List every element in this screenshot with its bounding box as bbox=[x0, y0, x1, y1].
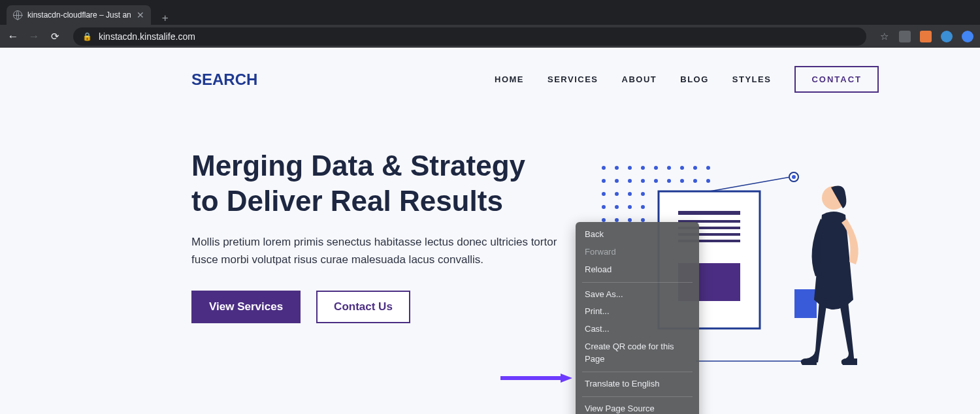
tab-title: kinstacdn-cloudflare – Just an bbox=[27, 10, 131, 20]
context-menu: Back Forward Reload Save As... Print... … bbox=[576, 222, 699, 414]
svg-point-7 bbox=[693, 166, 697, 170]
svg-point-11 bbox=[628, 179, 632, 183]
url-text: kinstacdn.kinstalife.com bbox=[99, 31, 195, 42]
reload-button[interactable]: ⟳ bbox=[48, 31, 61, 42]
svg-point-1 bbox=[615, 166, 619, 170]
cm-qr[interactable]: Create QR code for this Page bbox=[576, 338, 699, 368]
tab-bar: kinstacdn-cloudflare – Just an ✕ + bbox=[0, 0, 980, 25]
nav-home[interactable]: HOME bbox=[495, 74, 524, 84]
chrome-actions: ☆ bbox=[878, 31, 973, 42]
nav-services[interactable]: SERVICES bbox=[547, 74, 598, 84]
nav-about[interactable]: ABOUT bbox=[622, 74, 657, 84]
svg-rect-31 bbox=[678, 211, 740, 215]
cm-print[interactable]: Print... bbox=[576, 303, 699, 321]
address-bar[interactable]: 🔒 kinstacdn.kinstalife.com bbox=[73, 27, 866, 46]
nav-blog[interactable]: BLOG bbox=[680, 74, 709, 84]
extension-icon[interactable] bbox=[899, 31, 911, 42]
svg-marker-44 bbox=[561, 374, 572, 383]
svg-point-24 bbox=[628, 205, 632, 209]
svg-point-18 bbox=[602, 192, 606, 196]
svg-point-21 bbox=[641, 192, 645, 196]
svg-point-15 bbox=[680, 179, 684, 183]
nav-styles[interactable]: STYLES bbox=[732, 74, 772, 84]
hero-subtitle: Mollis pretium lorem primis senectus hab… bbox=[191, 234, 557, 268]
cm-separator bbox=[582, 282, 693, 283]
cm-save-as[interactable]: Save As... bbox=[576, 286, 699, 304]
svg-point-23 bbox=[615, 205, 619, 209]
profile-icon[interactable] bbox=[962, 31, 973, 42]
svg-point-8 bbox=[706, 166, 710, 170]
bookmark-star-icon[interactable]: ☆ bbox=[878, 31, 890, 42]
forward-button[interactable]: → bbox=[27, 30, 41, 43]
svg-point-0 bbox=[602, 166, 606, 170]
extension-icon[interactable] bbox=[941, 31, 953, 42]
cta-row: View Services Contact Us bbox=[191, 291, 557, 323]
cm-reload[interactable]: Reload bbox=[576, 261, 699, 279]
cm-separator bbox=[582, 396, 693, 397]
page-content: SEARCH HOME SERVICES ABOUT BLOG STYLES C… bbox=[0, 48, 980, 414]
extension-icon[interactable] bbox=[920, 31, 932, 42]
cm-back[interactable]: Back bbox=[576, 226, 699, 244]
svg-point-3 bbox=[641, 166, 645, 170]
svg-point-14 bbox=[667, 179, 671, 183]
svg-point-22 bbox=[602, 205, 606, 209]
cm-view-source[interactable]: View Page Source bbox=[576, 400, 699, 414]
svg-point-25 bbox=[641, 205, 645, 209]
hero-copy: Merging Data & Strategy to Deliver Real … bbox=[191, 148, 557, 323]
new-tab-button[interactable]: + bbox=[156, 12, 174, 25]
svg-point-9 bbox=[602, 179, 606, 183]
contact-button[interactable]: CONTACT bbox=[794, 66, 879, 93]
lock-icon: 🔒 bbox=[82, 32, 92, 41]
svg-point-19 bbox=[615, 192, 619, 196]
svg-line-37 bbox=[710, 177, 791, 191]
hero-title: Merging Data & Strategy to Deliver Real … bbox=[191, 148, 557, 218]
svg-point-10 bbox=[615, 179, 619, 183]
svg-point-20 bbox=[628, 192, 632, 196]
browser-chrome: kinstacdn-cloudflare – Just an ✕ + ← → ⟳… bbox=[0, 0, 980, 48]
browser-tab[interactable]: kinstacdn-cloudflare – Just an ✕ bbox=[7, 5, 151, 25]
cm-separator bbox=[582, 372, 693, 372]
close-tab-icon[interactable]: ✕ bbox=[137, 10, 144, 20]
svg-point-17 bbox=[706, 179, 710, 183]
contact-us-button[interactable]: Contact Us bbox=[316, 291, 410, 323]
view-services-button[interactable]: View Services bbox=[191, 291, 301, 323]
svg-point-39 bbox=[792, 175, 796, 179]
main-nav: HOME SERVICES ABOUT BLOG STYLES CONTACT bbox=[495, 66, 879, 93]
svg-point-6 bbox=[680, 166, 684, 170]
svg-point-12 bbox=[641, 179, 645, 183]
site-header: SEARCH HOME SERVICES ABOUT BLOG STYLES C… bbox=[0, 48, 980, 93]
cm-cast[interactable]: Cast... bbox=[576, 321, 699, 338]
svg-rect-41 bbox=[794, 289, 817, 318]
toolbar: ← → ⟳ 🔒 kinstacdn.kinstalife.com ☆ bbox=[0, 25, 980, 48]
svg-point-4 bbox=[654, 166, 658, 170]
svg-point-5 bbox=[667, 166, 671, 170]
back-button[interactable]: ← bbox=[7, 30, 20, 43]
svg-point-13 bbox=[654, 179, 658, 183]
globe-icon bbox=[13, 10, 22, 20]
annotation-arrow-icon bbox=[500, 374, 572, 383]
cm-forward: Forward bbox=[576, 244, 699, 261]
svg-point-16 bbox=[693, 179, 697, 183]
cm-translate[interactable]: Translate to English bbox=[576, 375, 699, 393]
svg-point-2 bbox=[628, 166, 632, 170]
site-logo[interactable]: SEARCH bbox=[191, 71, 257, 89]
